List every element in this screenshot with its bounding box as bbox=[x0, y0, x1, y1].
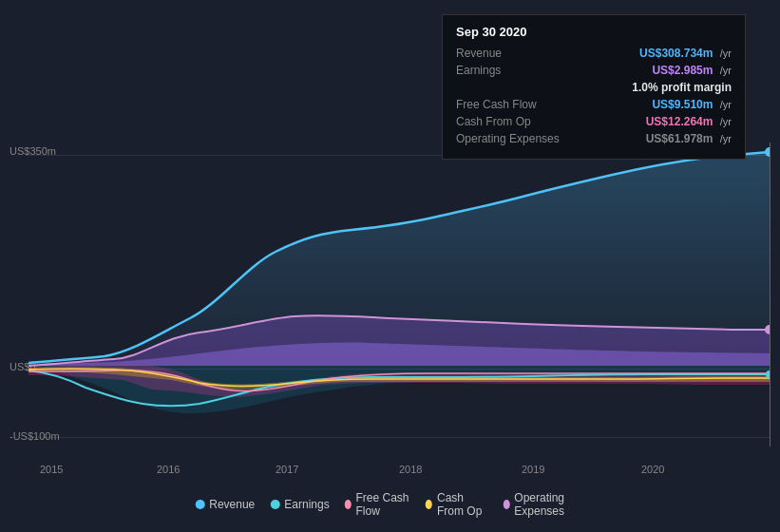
chart-container: Sep 30 2020 Revenue US$308.734m /yr Earn… bbox=[0, 0, 780, 532]
x-label-2017: 2017 bbox=[276, 464, 298, 475]
tooltip-row-cfo: Cash From Op US$12.264m /yr bbox=[456, 115, 732, 128]
legend-item-opex[interactable]: Operating Expenses bbox=[503, 491, 584, 518]
legend-label-fcf: Free Cash Flow bbox=[355, 491, 410, 518]
tooltip-value-earnings: US$2.985m /yr bbox=[652, 64, 732, 77]
legend-item-revenue[interactable]: Revenue bbox=[195, 498, 255, 511]
tooltip-label-revenue: Revenue bbox=[456, 47, 570, 60]
tooltip-row-fcf: Free Cash Flow US$9.510m /yr bbox=[456, 98, 732, 111]
chart-svg bbox=[29, 142, 770, 446]
x-label-2015: 2015 bbox=[40, 464, 63, 475]
legend-item-fcf[interactable]: Free Cash Flow bbox=[345, 491, 411, 518]
legend-dot-earnings bbox=[270, 500, 279, 509]
x-label-2018: 2018 bbox=[399, 464, 422, 475]
legend-label-revenue: Revenue bbox=[209, 498, 255, 511]
tooltip-label-earnings: Earnings bbox=[456, 64, 570, 77]
legend-dot-cfo bbox=[426, 500, 432, 509]
tooltip-row-profit-margin: 1.0% profit margin bbox=[456, 81, 732, 94]
tooltip-row-revenue: Revenue US$308.734m /yr bbox=[456, 47, 732, 60]
x-label-2016: 2016 bbox=[157, 464, 180, 475]
tooltip-row-earnings: Earnings US$2.985m /yr bbox=[456, 64, 732, 77]
tooltip-value-cfo: US$12.264m /yr bbox=[646, 115, 732, 128]
tooltip-row-opex: Operating Expenses US$61.978m /yr bbox=[456, 132, 732, 145]
legend-label-earnings: Earnings bbox=[284, 498, 329, 511]
x-label-2019: 2019 bbox=[522, 464, 544, 475]
tooltip-profit-margin: 1.0% profit margin bbox=[632, 81, 732, 94]
x-label-2020: 2020 bbox=[641, 464, 664, 475]
tooltip-value-opex: US$61.978m /yr bbox=[646, 132, 732, 145]
tooltip-label-opex: Operating Expenses bbox=[456, 132, 570, 145]
tooltip-label-cfo: Cash From Op bbox=[456, 115, 570, 128]
legend-dot-opex bbox=[503, 500, 509, 509]
tooltip-box: Sep 30 2020 Revenue US$308.734m /yr Earn… bbox=[442, 14, 746, 160]
cursor-line bbox=[770, 142, 770, 446]
tooltip-value-revenue: US$308.734m /yr bbox=[639, 47, 732, 60]
legend: Revenue Earnings Free Cash Flow Cash Fro… bbox=[195, 491, 585, 518]
legend-dot-revenue bbox=[195, 500, 204, 509]
tooltip-date: Sep 30 2020 bbox=[456, 25, 732, 39]
tooltip-value-fcf: US$9.510m /yr bbox=[652, 98, 732, 111]
legend-item-cfo[interactable]: Cash From Op bbox=[426, 491, 487, 518]
legend-item-earnings[interactable]: Earnings bbox=[270, 498, 329, 511]
legend-label-opex: Operating Expenses bbox=[514, 491, 584, 518]
tooltip-label-fcf: Free Cash Flow bbox=[456, 98, 570, 111]
legend-label-cfo: Cash From Op bbox=[437, 491, 488, 518]
legend-dot-fcf bbox=[345, 500, 352, 509]
